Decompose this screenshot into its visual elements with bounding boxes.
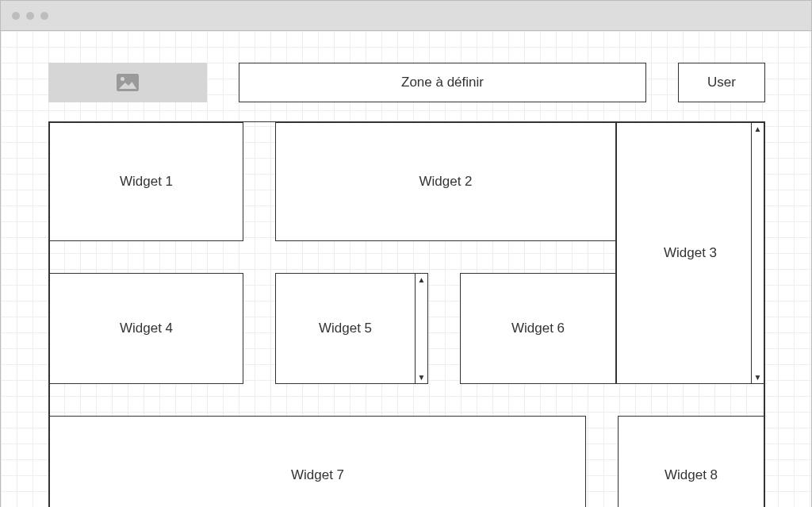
widget-label: Widget 5 [319, 321, 372, 336]
widget-label: Widget 8 [665, 467, 718, 483]
widget-2[interactable]: Widget 2 [275, 122, 616, 241]
widget-label: Widget 1 [120, 174, 173, 190]
widget-8[interactable]: Widget 8 [618, 416, 764, 507]
widget-label: Widget 3 [664, 245, 717, 261]
zone-to-define: Zone à définir [239, 63, 646, 102]
wireframe-canvas: Zone à définir User Widget 1 [1, 31, 811, 507]
window-minimize-dot[interactable] [26, 12, 34, 20]
window-close-dot[interactable] [12, 12, 20, 20]
widget-label: Widget 2 [419, 174, 472, 190]
widget-6[interactable]: Widget 6 [460, 273, 616, 384]
scrollbar[interactable]: ▲ ▼ [751, 123, 764, 383]
widget-5[interactable]: Widget 5 ▲ ▼ [275, 273, 428, 384]
user-label: User [707, 75, 736, 90]
dashboard-grid: Widget 1 Widget 2 Widget 4 [48, 121, 765, 507]
header-bar: Zone à définir User [1, 63, 811, 102]
scroll-down-icon[interactable]: ▼ [754, 373, 762, 382]
titlebar [1, 1, 811, 31]
widget-label: Widget 7 [291, 467, 344, 483]
app-window: Zone à définir User Widget 1 [0, 0, 812, 507]
scroll-up-icon[interactable]: ▲ [418, 275, 426, 284]
widget-label: Widget 6 [511, 321, 565, 336]
widget-label: Widget 4 [120, 321, 173, 336]
logo-placeholder [48, 63, 207, 102]
scrollbar[interactable]: ▲ ▼ [415, 274, 427, 383]
widget-3[interactable]: Widget 3 ▲ ▼ [616, 122, 764, 384]
grid-gap [49, 384, 764, 416]
grid-gap [49, 241, 616, 273]
widget-4[interactable]: Widget 4 [49, 273, 243, 384]
window-maximize-dot[interactable] [40, 12, 48, 20]
scroll-up-icon[interactable]: ▲ [754, 125, 762, 133]
zone-label: Zone à définir [401, 75, 484, 90]
scroll-down-icon[interactable]: ▼ [418, 373, 426, 382]
user-box[interactable]: User [678, 63, 765, 102]
image-icon [117, 74, 139, 91]
widget-1[interactable]: Widget 1 [49, 122, 243, 241]
widget-7[interactable]: Widget 7 [49, 416, 586, 507]
